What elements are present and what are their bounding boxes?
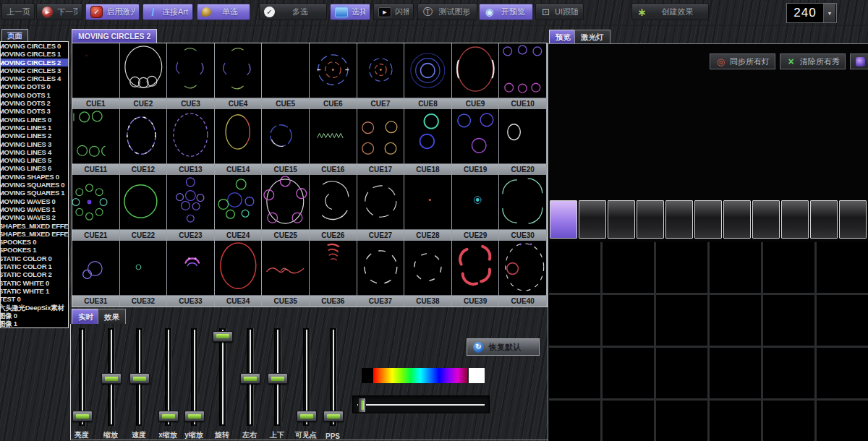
tab-pages[interactable]: 页面 bbox=[1, 29, 28, 42]
fixture-cell[interactable] bbox=[752, 200, 780, 239]
matrix-cell[interactable] bbox=[656, 348, 707, 398]
sidebar-item[interactable]: MOVING LINES 1 bbox=[0, 124, 68, 132]
matrix-cell[interactable] bbox=[656, 295, 707, 346]
toolbar-button-2[interactable]: ▶下一页 bbox=[36, 4, 82, 20]
slider-handle[interactable] bbox=[158, 411, 179, 421]
tab-laser-fixture[interactable]: 激光灯 bbox=[574, 30, 610, 43]
toolbar-button-12[interactable]: ∗创建效果 bbox=[631, 4, 709, 20]
cue-item[interactable]: CUE32 bbox=[120, 241, 168, 307]
sidebar-item[interactable]: MOVING DOTS 2 bbox=[0, 99, 68, 107]
matrix-cell[interactable] bbox=[763, 295, 814, 346]
matrix-cell[interactable] bbox=[549, 242, 600, 293]
cue-item[interactable]: CUE40 bbox=[499, 241, 547, 307]
slider-handle[interactable] bbox=[268, 373, 288, 384]
sidebar-item[interactable]: 图像 0 bbox=[0, 312, 68, 320]
sidebar-item[interactable]: MOVING SQUARES 0 bbox=[0, 181, 68, 189]
matrix-cell[interactable] bbox=[710, 295, 761, 346]
cue-item[interactable]: CUE30 bbox=[499, 175, 547, 241]
sidebar-item[interactable]: SHAPES_MIXED EFFEC bbox=[0, 230, 68, 238]
sidebar-item[interactable]: 图像 1 bbox=[0, 320, 68, 327]
cue-item[interactable]: CUE16 bbox=[310, 109, 357, 175]
cue-item[interactable]: CUE9 bbox=[452, 43, 500, 109]
sidebar-item[interactable]: MOVING LINES 6 bbox=[0, 164, 68, 172]
cue-item[interactable]: CUE11 bbox=[72, 109, 120, 175]
sidebar-item[interactable]: MOVING LINES 3 bbox=[0, 140, 68, 148]
matrix-cell[interactable] bbox=[603, 295, 654, 346]
slider-handle[interactable] bbox=[323, 411, 344, 421]
slider-handle[interactable] bbox=[129, 373, 150, 384]
cue-item[interactable]: CUE39 bbox=[452, 241, 500, 307]
cue-item[interactable]: CUE17 bbox=[357, 109, 405, 175]
sidebar-item[interactable]: STATIC WHITE 0 bbox=[0, 279, 68, 287]
sidebar-item[interactable]: MOVING CIRCLES 2 bbox=[0, 59, 68, 67]
matrix-cell[interactable] bbox=[817, 295, 868, 346]
cue-item[interactable]: CUE5 bbox=[262, 43, 310, 109]
slider-handle[interactable] bbox=[213, 331, 233, 342]
cue-item[interactable]: CUE20 bbox=[499, 109, 547, 175]
slider-handle[interactable] bbox=[101, 373, 122, 384]
slider-track[interactable] bbox=[219, 328, 226, 426]
cue-item[interactable]: CUE27 bbox=[357, 175, 405, 241]
cue-item[interactable]: CUE31 bbox=[72, 241, 120, 307]
restore-default-button[interactable]: ↻ 恢复默认 bbox=[467, 338, 540, 356]
cue-item[interactable]: CUE14 bbox=[215, 109, 263, 175]
fixture-cell[interactable] bbox=[637, 200, 664, 239]
matrix-cell[interactable] bbox=[603, 242, 654, 293]
sidebar-item[interactable]: MOVING SHAPES 0 bbox=[0, 173, 68, 181]
matrix-cell[interactable] bbox=[763, 348, 814, 398]
sidebar-item[interactable]: MOVING LINES 5 bbox=[0, 156, 68, 164]
sidebar-item[interactable]: STATIC WHITE 1 bbox=[0, 287, 68, 295]
cue-item[interactable]: CUE25 bbox=[262, 175, 310, 241]
tab-realtime[interactable]: 实时 bbox=[72, 309, 100, 324]
slider-handle[interactable] bbox=[184, 411, 205, 421]
toolbar-button-8[interactable]: ▶闪播 bbox=[373, 4, 414, 20]
cue-item[interactable]: CUE12 bbox=[120, 109, 168, 175]
sidebar-item[interactable]: MOVING DOTS 1 bbox=[0, 91, 68, 99]
sidebar-item[interactable]: MOVING SQUARES 1 bbox=[0, 189, 68, 197]
sidebar-item[interactable]: MOVING LINES 0 bbox=[0, 116, 68, 124]
toolbar-button-9[interactable]: Ⓣ测试图形 bbox=[417, 4, 477, 20]
cue-item[interactable]: CUE26 bbox=[310, 175, 357, 241]
sidebar-item[interactable]: STATIC COLOR 0 bbox=[0, 254, 68, 262]
matrix-cell[interactable] bbox=[710, 348, 761, 398]
sidebar-item[interactable]: SHAPES_MIXED EFFEC bbox=[0, 222, 68, 230]
cue-item[interactable]: CUE24 bbox=[215, 175, 263, 241]
spinner-dropdown-button[interactable]: ▼ bbox=[823, 4, 835, 22]
scan-rate-spinner[interactable]: 240 ▼ bbox=[786, 3, 837, 23]
sidebar-item[interactable]: MOVING CIRCLES 4 bbox=[0, 74, 68, 82]
cue-item[interactable]: CUE19 bbox=[452, 109, 500, 175]
cue-item[interactable]: CUE1 bbox=[72, 43, 120, 109]
fixture-cell[interactable] bbox=[579, 200, 606, 239]
fixture-cell[interactable] bbox=[550, 200, 577, 239]
toolbar-button-1[interactable]: 上一页 bbox=[1, 4, 35, 20]
matrix-cell[interactable] bbox=[656, 401, 707, 441]
matrix-cell[interactable] bbox=[710, 242, 761, 293]
sidebar-item[interactable]: MOVING CIRCLES 1 bbox=[0, 50, 68, 58]
clear-all-shows-button[interactable]: ×清除所有秀 bbox=[780, 53, 846, 69]
tab-moving-circles-2[interactable]: MOVING CIRCLES 2 bbox=[72, 29, 157, 43]
cue-item[interactable]: CUE18 bbox=[404, 109, 452, 175]
sidebar-item[interactable]: MOVING CIRCLES 3 bbox=[0, 67, 68, 74]
matrix-cell[interactable] bbox=[763, 401, 814, 441]
sidebar-item[interactable]: SPOOKES 1 bbox=[0, 246, 68, 254]
cue-item[interactable]: CUE6 bbox=[310, 43, 357, 109]
cue-item[interactable]: CUE33 bbox=[167, 241, 215, 307]
matrix-cell[interactable] bbox=[817, 401, 868, 441]
sidebar-item[interactable]: 六头激光DeepSix素材 bbox=[0, 304, 68, 312]
fixture-cell[interactable] bbox=[665, 200, 693, 239]
matrix-cell[interactable] bbox=[603, 401, 654, 441]
cue-item[interactable]: CUE13 bbox=[167, 109, 215, 175]
fixture-cell[interactable] bbox=[810, 200, 838, 239]
cue-item[interactable]: CUE21 bbox=[72, 175, 120, 241]
color-slider-track[interactable] bbox=[357, 404, 485, 406]
toolbar-button-10[interactable]: ◉开预览 bbox=[479, 4, 533, 20]
cue-item[interactable]: CUE38 bbox=[404, 241, 452, 307]
cue-item[interactable]: CUE8 bbox=[404, 43, 452, 109]
cue-item[interactable]: CUE35 bbox=[262, 241, 310, 307]
toolbar-button-6[interactable]: ✓多选 bbox=[259, 4, 327, 20]
slider-handle[interactable] bbox=[72, 411, 93, 421]
cue-item[interactable]: CUE36 bbox=[310, 241, 357, 307]
cue-item[interactable]: CUE37 bbox=[357, 241, 405, 307]
cue-item[interactable]: CUE3 bbox=[167, 43, 215, 109]
toolbar-button-7[interactable]: 选择 bbox=[330, 4, 370, 20]
